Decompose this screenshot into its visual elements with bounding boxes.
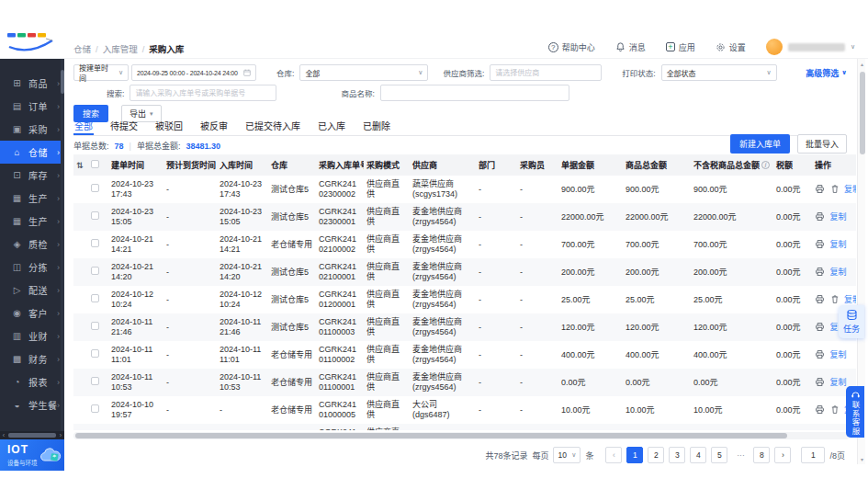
status-tab[interactable]: 被反审 [199, 116, 229, 135]
bulk-import-button[interactable]: 批量导入 [797, 134, 847, 154]
apps-button[interactable]: + 应用 [666, 41, 695, 53]
table-horizontal-scrollbar[interactable] [73, 432, 850, 439]
page-button[interactable]: 1 [626, 447, 643, 463]
row-checkbox[interactable] [91, 377, 99, 385]
print-icon[interactable] [815, 404, 825, 415]
time-field-select[interactable]: 按建单时间 ∨ [73, 64, 129, 81]
print-icon[interactable] [815, 377, 825, 387]
print-icon[interactable] [815, 211, 825, 222]
sidebar-item[interactable]: ▦ 生产 › [0, 187, 64, 210]
order-no-link[interactable]: CGRK24102100001 [316, 258, 364, 286]
sidebar-item[interactable]: ▦ 生产 › [0, 210, 64, 233]
delete-icon[interactable] [830, 404, 840, 415]
sidebar-item[interactable]: ◔ 报表 › [0, 370, 64, 393]
iot-banner[interactable]: IOT 设备与环境 [0, 439, 64, 471]
contact-service-button[interactable]: 联系客服 [846, 386, 864, 438]
status-tab[interactable]: 待提交 [109, 116, 139, 135]
row-checkbox[interactable] [91, 267, 99, 275]
sidebar-item[interactable]: ◈ 质检 › [0, 233, 64, 256]
sidebar-item[interactable]: ▣ 采购 › [0, 118, 64, 141]
page-button[interactable]: 2 [648, 447, 664, 463]
advanced-filter-link[interactable]: 高级筛选 ∨ [806, 67, 847, 79]
row-checkbox[interactable] [91, 349, 99, 358]
order-no-link[interactable]: CGRK24102100002 [316, 231, 364, 258]
product-name-input[interactable] [380, 85, 569, 101]
page-button[interactable]: 3 [669, 447, 685, 463]
sidebar-item[interactable]: ▤ 订单 › [0, 95, 64, 118]
print-icon[interactable] [815, 322, 825, 332]
order-no-link[interactable]: CGRK24101100001 [316, 369, 364, 396]
print-icon[interactable] [815, 184, 825, 194]
breadcrumb-item[interactable]: 仓储 [73, 42, 98, 55]
info-icon[interactable]: i [761, 161, 770, 169]
copy-link[interactable]: 复制 [830, 378, 847, 387]
expand-all-icon[interactable]: ⇅ [76, 161, 84, 170]
status-tab[interactable]: 被驳回 [154, 116, 184, 135]
order-no-link[interactable]: CGRK24101100002 [316, 341, 364, 369]
messages-button[interactable]: 消息 [615, 41, 646, 53]
copy-link[interactable]: 复制 [830, 212, 847, 222]
page-button[interactable]: 5 [711, 447, 727, 463]
sidebar-item[interactable]: ⊞ 商品 › [0, 72, 64, 95]
row-checkbox[interactable] [91, 322, 99, 330]
copy-link[interactable]: 复制 [830, 350, 847, 359]
status-tab[interactable]: 已入库 [317, 116, 346, 135]
task-float-button[interactable]: 任务 [839, 305, 864, 338]
scrollbar-thumb[interactable] [75, 433, 787, 438]
warehouse-select[interactable]: 全部 ∨ [299, 64, 428, 81]
row-checkbox[interactable] [91, 211, 99, 220]
create-inbound-button[interactable]: 新建入库单 [730, 134, 790, 154]
scroll-right-icon[interactable]: › [57, 432, 64, 438]
user-menu[interactable]: ∨ [766, 39, 855, 55]
sidebar-item[interactable]: ▩ 财务 › [0, 347, 64, 370]
copy-link[interactable]: 复制 [844, 295, 856, 304]
sidebar-item[interactable]: ⊡ 库存 › [0, 164, 64, 187]
next-page-button[interactable]: › [774, 447, 791, 463]
print-icon[interactable] [815, 294, 825, 304]
order-no-link[interactable]: CGRK241010 [316, 424, 364, 430]
status-tab[interactable]: 全部 [73, 116, 94, 135]
sidebar-item[interactable]: ▥ 业财 › [0, 325, 64, 347]
order-no-link[interactable]: CGRK24101100003 [316, 313, 364, 341]
order-no-link[interactable]: CGRK24101000005 [316, 396, 364, 424]
search-input[interactable] [130, 85, 276, 101]
sidebar-item[interactable]: ◒ 学生餐 › [0, 393, 64, 416]
print-icon[interactable] [815, 239, 825, 249]
page-jump-input[interactable] [801, 447, 825, 463]
delete-icon[interactable] [830, 184, 840, 194]
copy-link[interactable]: 复制 [844, 185, 856, 194]
print-status-select[interactable]: 全部状态 ∨ [661, 64, 777, 81]
page-button[interactable]: 4 [690, 447, 706, 463]
order-no-link[interactable]: CGRK24102300001 [316, 203, 364, 231]
scrollbar-thumb[interactable] [860, 72, 865, 154]
scroll-down-icon[interactable]: ▾ [858, 456, 866, 462]
page-button[interactable]: 8 [753, 447, 770, 463]
row-checkbox[interactable] [91, 239, 99, 247]
order-no-link[interactable]: CGRK24102300002 [316, 176, 364, 203]
order-no-link[interactable]: CGRK24101200001 [316, 286, 364, 313]
row-checkbox[interactable] [91, 404, 99, 413]
sidebar-horizontal-scrollbar[interactable]: ‹ › [0, 431, 64, 439]
sidebar-item[interactable]: ◉ 客户 › [0, 302, 64, 325]
row-checkbox[interactable] [91, 184, 99, 192]
settings-button[interactable]: 设置 [716, 41, 746, 53]
status-tab[interactable]: 已删除 [362, 116, 391, 135]
copy-link[interactable]: 复制 [830, 240, 847, 249]
sidebar-item[interactable]: ⌂ 仓储 › [0, 141, 64, 164]
sidebar-item[interactable]: ▷ 配送 › [0, 279, 64, 302]
prev-page-button[interactable]: ‹ [605, 447, 622, 463]
help-center-button[interactable]: ? 帮助中心 [548, 41, 595, 53]
supplier-input[interactable] [490, 64, 602, 81]
status-tab[interactable]: 已提交待入库 [244, 116, 301, 135]
breadcrumb-item[interactable]: 采购入库 [149, 42, 184, 55]
date-range-input[interactable]: 2024-09-25 00:00 - 2024-10-24 24:00 [131, 64, 256, 81]
scroll-left-icon[interactable]: ‹ [0, 432, 7, 438]
select-all-checkbox[interactable] [91, 160, 99, 168]
sidebar-item[interactable]: ◫ 分拣 › [0, 256, 64, 279]
copy-link[interactable]: 复制 [830, 268, 847, 277]
row-checkbox[interactable] [91, 294, 99, 302]
breadcrumb-item[interactable]: 入库管理 [103, 42, 145, 55]
print-icon[interactable] [815, 267, 825, 277]
print-icon[interactable] [815, 349, 825, 359]
page-button[interactable]: ··· [732, 447, 749, 463]
